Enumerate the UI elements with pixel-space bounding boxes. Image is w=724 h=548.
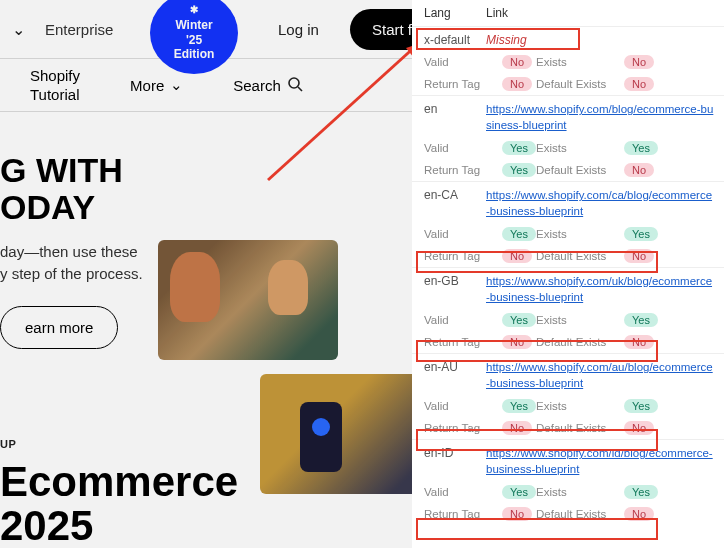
label-default-exists: Default Exists bbox=[536, 508, 616, 520]
label-return: Return Tag bbox=[424, 78, 494, 90]
lang-block: en-ID https://www.shopify.com/id/blog/ec… bbox=[412, 439, 724, 525]
tutorial-line2: Tutorial bbox=[30, 85, 80, 105]
pill-valid: Yes bbox=[494, 140, 536, 156]
pill-default-exists: No bbox=[616, 334, 658, 350]
hreflang-link[interactable]: https://www.shopify.com/id/blog/ecommerc… bbox=[486, 447, 713, 475]
pill-return: No bbox=[494, 420, 536, 436]
lang-code: en-CA bbox=[424, 188, 486, 202]
hreflang-panel: Lang Link x-default Missing Valid No Exi… bbox=[412, 0, 724, 548]
pill-return: No bbox=[494, 334, 536, 350]
badge-line: Edition bbox=[174, 47, 215, 61]
pill-exists: Yes bbox=[616, 484, 658, 500]
col-link: Link bbox=[486, 6, 508, 20]
lang-code: en bbox=[424, 102, 486, 116]
label-valid: Valid bbox=[424, 486, 494, 498]
pill-valid: Yes bbox=[494, 312, 536, 328]
nav-more[interactable]: More ⌄ bbox=[130, 76, 183, 94]
label-default-exists: Default Exists bbox=[536, 422, 616, 434]
label-return: Return Tag bbox=[424, 508, 494, 520]
login-link[interactable]: Log in bbox=[278, 21, 319, 38]
search-icon bbox=[287, 76, 303, 95]
label-return: Return Tag bbox=[424, 164, 494, 176]
pill-default-exists: No bbox=[616, 506, 658, 522]
hreflang-link[interactable]: https://www.shopify.com/ca/blog/ecommerc… bbox=[486, 189, 712, 217]
row-valid: Valid Yes Exists Yes bbox=[412, 395, 724, 417]
hreflang-link[interactable]: https://www.shopify.com/blog/ecommerce-b… bbox=[486, 103, 713, 131]
pill-valid: Yes bbox=[494, 226, 536, 242]
label-return: Return Tag bbox=[424, 250, 494, 262]
panel-table: x-default Missing Valid No Exists No Ret… bbox=[412, 26, 724, 525]
row-return: Return Tag No Default Exists No bbox=[412, 417, 724, 439]
row-return: Return Tag No Default Exists No bbox=[412, 245, 724, 267]
row-valid: Valid Yes Exists Yes bbox=[412, 223, 724, 245]
pill-exists: Yes bbox=[616, 140, 658, 156]
row-lang: x-default Missing bbox=[412, 27, 724, 51]
row-valid: Valid Yes Exists Yes bbox=[412, 309, 724, 331]
label-valid: Valid bbox=[424, 228, 494, 240]
lang-block: en-CA https://www.shopify.com/ca/blog/ec… bbox=[412, 181, 724, 267]
lang-block: en-GB https://www.shopify.com/uk/blog/ec… bbox=[412, 267, 724, 353]
pill-default-exists: No bbox=[616, 162, 658, 178]
pill-valid: No bbox=[494, 54, 536, 70]
row-return: Return Tag No Default Exists No bbox=[412, 503, 724, 525]
lang-code: en-AU bbox=[424, 360, 486, 374]
row-return: Return Tag No Default Exists No bbox=[412, 331, 724, 353]
lang-code: en-ID bbox=[424, 446, 486, 460]
chevron-down-icon: ⌄ bbox=[170, 76, 183, 94]
row-return: Return Tag No Default Exists No bbox=[412, 73, 724, 95]
badge-line: '25 bbox=[186, 33, 202, 47]
row-return: Return Tag Yes Default Exists No bbox=[412, 159, 724, 181]
row-lang: en-AU https://www.shopify.com/au/blog/ec… bbox=[412, 354, 724, 395]
label-default-exists: Default Exists bbox=[536, 78, 616, 90]
svg-point-0 bbox=[289, 78, 299, 88]
row-valid: Valid Yes Exists Yes bbox=[412, 481, 724, 503]
pill-default-exists: No bbox=[616, 248, 658, 264]
row-lang: en https://www.shopify.com/blog/ecommerc… bbox=[412, 96, 724, 137]
nav-enterprise[interactable]: Enterprise bbox=[45, 21, 113, 38]
search-label: Search bbox=[233, 77, 281, 94]
link-missing: Missing bbox=[486, 33, 527, 47]
lang-block: x-default Missing Valid No Exists No Ret… bbox=[412, 26, 724, 95]
panel-header: Lang Link bbox=[412, 0, 724, 26]
label-default-exists: Default Exists bbox=[536, 336, 616, 348]
col-lang: Lang bbox=[424, 6, 486, 20]
pill-valid: Yes bbox=[494, 398, 536, 414]
label-return: Return Tag bbox=[424, 336, 494, 348]
hero-image-2 bbox=[260, 374, 420, 494]
hreflang-link[interactable]: https://www.shopify.com/uk/blog/ecommerc… bbox=[486, 275, 712, 303]
sparkle-icon: ✱ bbox=[190, 4, 198, 16]
label-exists: Exists bbox=[536, 228, 616, 240]
nav-search[interactable]: Search bbox=[233, 76, 303, 95]
row-lang: en-GB https://www.shopify.com/uk/blog/ec… bbox=[412, 268, 724, 309]
label-valid: Valid bbox=[424, 142, 494, 154]
more-label: More bbox=[130, 77, 164, 94]
label-default-exists: Default Exists bbox=[536, 250, 616, 262]
hero-image-1 bbox=[158, 240, 338, 360]
pill-default-exists: No bbox=[616, 76, 658, 92]
pill-exists: Yes bbox=[616, 312, 658, 328]
hreflang-link[interactable]: https://www.shopify.com/au/blog/ecommerc… bbox=[486, 361, 713, 389]
svg-line-1 bbox=[298, 87, 302, 91]
label-exists: Exists bbox=[536, 486, 616, 498]
label-valid: Valid bbox=[424, 56, 494, 68]
pill-return: No bbox=[494, 506, 536, 522]
lang-code: en-GB bbox=[424, 274, 486, 288]
pill-return: No bbox=[494, 248, 536, 264]
lang-block: en-AU https://www.shopify.com/au/blog/ec… bbox=[412, 353, 724, 439]
row-lang: en-CA https://www.shopify.com/ca/blog/ec… bbox=[412, 182, 724, 223]
tutorial-line1: Shopify bbox=[30, 66, 80, 86]
pill-return: No bbox=[494, 76, 536, 92]
label-exists: Exists bbox=[536, 56, 616, 68]
learn-more-button[interactable]: earn more bbox=[0, 306, 118, 349]
label-default-exists: Default Exists bbox=[536, 164, 616, 176]
chevron-down-icon[interactable]: ⌄ bbox=[12, 20, 25, 39]
pill-exists: Yes bbox=[616, 398, 658, 414]
pill-default-exists: No bbox=[616, 420, 658, 436]
label-exists: Exists bbox=[536, 314, 616, 326]
label-valid: Valid bbox=[424, 314, 494, 326]
label-return: Return Tag bbox=[424, 422, 494, 434]
row-valid: Valid No Exists No bbox=[412, 51, 724, 73]
label-exists: Exists bbox=[536, 400, 616, 412]
nav-shopify-tutorial[interactable]: Shopify Tutorial bbox=[30, 66, 80, 105]
row-lang: en-ID https://www.shopify.com/id/blog/ec… bbox=[412, 440, 724, 481]
